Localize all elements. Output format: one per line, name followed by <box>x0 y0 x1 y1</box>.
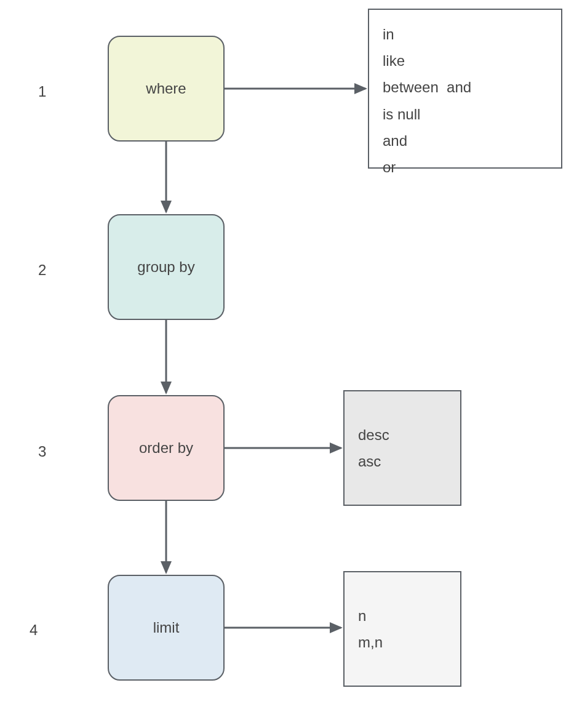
node-limit-label: limit <box>153 619 180 636</box>
order-op-desc: desc <box>358 422 447 448</box>
where-op-between: between and <box>383 74 548 100</box>
diagram-canvas: 1 2 3 4 where group by order by limit in… <box>0 0 574 728</box>
limit-op-mn: m,n <box>358 629 447 655</box>
node-groupby: group by <box>108 214 225 320</box>
panel-order-ops: desc asc <box>343 390 461 506</box>
panel-where-ops: in like between and is null and or <box>368 9 562 169</box>
where-op-and: and <box>383 127 548 154</box>
node-orderby-label: order by <box>139 439 193 457</box>
where-op-like: like <box>383 47 548 74</box>
limit-op-n: n <box>358 602 447 629</box>
node-groupby-label: group by <box>137 258 194 276</box>
step-label-3: 3 <box>38 443 46 460</box>
order-op-asc: asc <box>358 448 447 474</box>
panel-limit-ops: n m,n <box>343 571 461 687</box>
where-op-isnull: is null <box>383 101 548 127</box>
where-op-in: in <box>383 21 548 47</box>
node-where: where <box>108 36 225 142</box>
step-label-4: 4 <box>30 622 38 639</box>
step-label-2: 2 <box>38 262 46 279</box>
node-where-label: where <box>146 80 186 97</box>
node-limit: limit <box>108 575 225 681</box>
step-label-1: 1 <box>38 83 46 100</box>
where-op-or: or <box>383 154 548 180</box>
node-orderby: order by <box>108 395 225 501</box>
